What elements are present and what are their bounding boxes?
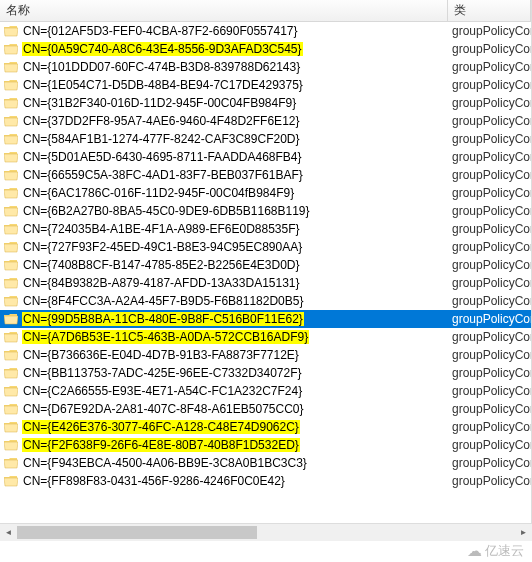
type-cell: groupPolicyContaine — [448, 418, 531, 436]
column-header-type[interactable]: 类 — [448, 0, 531, 21]
table-row[interactable]: CN={7408B8CF-B147-4785-85E2-B2256E4E3D0D… — [0, 256, 531, 274]
name-cell[interactable]: CN={BB113753-7ADC-425E-96EE-C7332D34072F… — [0, 364, 448, 382]
name-cell[interactable]: CN={584AF1B1-1274-477F-8242-CAF3C89CF20D… — [0, 130, 448, 148]
scroll-thumb[interactable] — [17, 526, 257, 539]
row-label: CN={F943EBCA-4500-4A06-BB9E-3C8A0B1BC3C3… — [22, 456, 308, 470]
table-row[interactable]: CN={0A59C740-A8C6-43E4-8556-9D3AFAD3C545… — [0, 40, 531, 58]
name-cell[interactable]: CN={37DD2FF8-95A7-4AE6-9460-4F48D2FF6E12… — [0, 112, 448, 130]
table-row[interactable]: CN={C2A66555-E93E-4E71-A54C-FC1A232C7F24… — [0, 382, 531, 400]
table-row[interactable]: CN={66559C5A-38FC-4AD1-83F7-BEB037F61BAF… — [0, 166, 531, 184]
folder-icon — [4, 439, 18, 451]
table-row[interactable]: CN={5D01AE5D-6430-4695-8711-FAADDA468FB4… — [0, 148, 531, 166]
row-label: CN={584AF1B1-1274-477F-8242-CAF3C89CF20D… — [22, 132, 301, 146]
type-cell: groupPolicyContaine — [448, 328, 531, 346]
type-cell: groupPolicyContaine — [448, 436, 531, 454]
name-cell[interactable]: CN={84B9382B-A879-4187-AFDD-13A33DA15131… — [0, 274, 448, 292]
table-row[interactable]: CN={6AC1786C-016F-11D2-945F-00C04fB984F9… — [0, 184, 531, 202]
row-label: CN={1E054C71-D5DB-48B4-BE94-7C17DE429375… — [22, 78, 304, 92]
table-row[interactable]: CN={37DD2FF8-95A7-4AE6-9460-4F48D2FF6E12… — [0, 112, 531, 130]
type-cell: groupPolicyContaine — [448, 400, 531, 418]
row-label: CN={7408B8CF-B147-4785-85E2-B2256E4E3D0D… — [22, 258, 301, 272]
folder-icon — [4, 313, 18, 325]
name-cell[interactable]: CN={727F93F2-45ED-49C1-B8E3-94C95EC890AA… — [0, 238, 448, 256]
table-row[interactable]: CN={584AF1B1-1274-477F-8242-CAF3C89CF20D… — [0, 130, 531, 148]
folder-icon — [4, 457, 18, 469]
table-row[interactable]: CN={BB113753-7ADC-425E-96EE-C7332D34072F… — [0, 364, 531, 382]
folder-icon — [4, 403, 18, 415]
name-cell[interactable]: CN={1E054C71-D5DB-48B4-BE94-7C17DE429375… — [0, 76, 448, 94]
folder-icon — [4, 331, 18, 343]
table-row[interactable]: CN={A7D6B53E-11C5-463B-A0DA-572CCB16ADF9… — [0, 328, 531, 346]
row-label: CN={E426E376-3077-46FC-A128-C48E74D9062C… — [22, 420, 300, 434]
column-header-name[interactable]: 名称 — [0, 0, 448, 21]
scroll-right-button[interactable]: ► — [515, 524, 532, 541]
table-row[interactable]: CN={99D5B8BA-11CB-480E-9B8F-C516B0F11E62… — [0, 310, 531, 328]
row-label: CN={0A59C740-A8C6-43E4-8556-9D3AFAD3C545… — [22, 42, 303, 56]
name-cell[interactable]: CN={99D5B8BA-11CB-480E-9B8F-C516B0F11E62… — [0, 310, 448, 328]
type-cell: groupPolicyContaine — [448, 130, 531, 148]
folder-icon — [4, 79, 18, 91]
table-row[interactable]: CN={D67E92DA-2A81-407C-8F48-A61EB5075CC0… — [0, 400, 531, 418]
name-cell[interactable]: CN={C2A66555-E93E-4E71-A54C-FC1A232C7F24… — [0, 382, 448, 400]
name-cell[interactable]: CN={FF898F83-0431-456F-9286-4246F0C0E42} — [0, 472, 448, 490]
table-row[interactable]: CN={F943EBCA-4500-4A06-BB9E-3C8A0B1BC3C3… — [0, 454, 531, 472]
horizontal-scrollbar[interactable]: ◄ ► — [0, 523, 532, 540]
table-row[interactable]: CN={012AF5D3-FEF0-4CBA-87F2-6690F0557417… — [0, 22, 531, 40]
table-row[interactable]: CN={FF898F83-0431-456F-9286-4246F0C0E42}… — [0, 472, 531, 490]
type-cell: groupPolicyContaine — [448, 472, 531, 490]
table-row[interactable]: CN={B736636E-E04D-4D7B-91B3-FA8873F7712E… — [0, 346, 531, 364]
table-row[interactable]: CN={727F93F2-45ED-49C1-B8E3-94C95EC890AA… — [0, 238, 531, 256]
name-cell[interactable]: CN={31B2F340-016D-11D2-945F-00C04FB984F9… — [0, 94, 448, 112]
type-cell: groupPolicyContaine — [448, 112, 531, 130]
folder-icon — [4, 187, 18, 199]
name-cell[interactable]: CN={D67E92DA-2A81-407C-8F48-A61EB5075CC0… — [0, 400, 448, 418]
type-cell: groupPolicyContaine — [448, 310, 531, 328]
table-row[interactable]: CN={724035B4-A1BE-4F1A-A989-EF6E0D88535F… — [0, 220, 531, 238]
name-cell[interactable]: CN={A7D6B53E-11C5-463B-A0DA-572CCB16ADF9… — [0, 328, 448, 346]
type-cell: groupPolicyContaine — [448, 202, 531, 220]
name-cell[interactable]: CN={F943EBCA-4500-4A06-BB9E-3C8A0B1BC3C3… — [0, 454, 448, 472]
name-cell[interactable]: CN={724035B4-A1BE-4F1A-A989-EF6E0D88535F… — [0, 220, 448, 238]
table-row[interactable]: CN={84B9382B-A879-4187-AFDD-13A33DA15131… — [0, 274, 531, 292]
row-label: CN={F2F638F9-26F6-4E8E-80B7-40B8F1D532ED… — [22, 438, 300, 452]
row-label: CN={BB113753-7ADC-425E-96EE-C7332D34072F… — [22, 366, 303, 380]
name-cell[interactable]: CN={6AC1786C-016F-11D2-945F-00C04fB984F9… — [0, 184, 448, 202]
type-cell: groupPolicyContaine — [448, 22, 531, 40]
table-row[interactable]: CN={6B2A27B0-8BA5-45C0-9DE9-6DB5B1168B11… — [0, 202, 531, 220]
row-label: CN={727F93F2-45ED-49C1-B8E3-94C95EC890AA… — [22, 240, 303, 254]
table-row[interactable]: CN={101DDD07-60FC-474B-B3D8-839788D62143… — [0, 58, 531, 76]
name-cell[interactable]: CN={B736636E-E04D-4D7B-91B3-FA8873F7712E… — [0, 346, 448, 364]
type-cell: groupPolicyContaine — [448, 40, 531, 58]
list-view[interactable]: 名称 类 CN={012AF5D3-FEF0-4CBA-87F2-6690F05… — [0, 0, 532, 540]
type-cell: groupPolicyContaine — [448, 58, 531, 76]
name-cell[interactable]: CN={7408B8CF-B147-4785-85E2-B2256E4E3D0D… — [0, 256, 448, 274]
name-cell[interactable]: CN={8F4FCC3A-A2A4-45F7-B9D5-F6B81182D0B5… — [0, 292, 448, 310]
folder-icon — [4, 115, 18, 127]
table-row[interactable]: CN={31B2F340-016D-11D2-945F-00C04FB984F9… — [0, 94, 531, 112]
row-label: CN={6AC1786C-016F-11D2-945F-00C04fB984F9… — [22, 186, 295, 200]
table-row[interactable]: CN={F2F638F9-26F6-4E8E-80B7-40B8F1D532ED… — [0, 436, 531, 454]
table-row[interactable]: CN={8F4FCC3A-A2A4-45F7-B9D5-F6B81182D0B5… — [0, 292, 531, 310]
scroll-left-button[interactable]: ◄ — [0, 524, 17, 541]
type-cell: groupPolicyContaine — [448, 256, 531, 274]
name-cell[interactable]: CN={66559C5A-38FC-4AD1-83F7-BEB037F61BAF… — [0, 166, 448, 184]
name-cell[interactable]: CN={012AF5D3-FEF0-4CBA-87F2-6690F0557417… — [0, 22, 448, 40]
name-cell[interactable]: CN={F2F638F9-26F6-4E8E-80B7-40B8F1D532ED… — [0, 436, 448, 454]
name-cell[interactable]: CN={5D01AE5D-6430-4695-8711-FAADDA468FB4… — [0, 148, 448, 166]
watermark-text: 亿速云 — [485, 542, 524, 560]
name-cell[interactable]: CN={6B2A27B0-8BA5-45C0-9DE9-6DB5B1168B11… — [0, 202, 448, 220]
type-cell: groupPolicyContaine — [448, 382, 531, 400]
folder-icon — [4, 205, 18, 217]
name-cell[interactable]: CN={0A59C740-A8C6-43E4-8556-9D3AFAD3C545… — [0, 40, 448, 58]
row-label: CN={A7D6B53E-11C5-463B-A0DA-572CCB16ADF9… — [22, 330, 309, 344]
name-cell[interactable]: CN={E426E376-3077-46FC-A128-C48E74D9062C… — [0, 418, 448, 436]
folder-icon — [4, 295, 18, 307]
name-cell[interactable]: CN={101DDD07-60FC-474B-B3D8-839788D62143… — [0, 58, 448, 76]
watermark: ☁ 亿速云 — [467, 542, 524, 560]
row-label: CN={5D01AE5D-6430-4695-8711-FAADDA468FB4… — [22, 150, 303, 164]
row-label: CN={D67E92DA-2A81-407C-8F48-A61EB5075CC0… — [22, 402, 305, 416]
table-row[interactable]: CN={1E054C71-D5DB-48B4-BE94-7C17DE429375… — [0, 76, 531, 94]
row-label: CN={724035B4-A1BE-4F1A-A989-EF6E0D88535F… — [22, 222, 301, 236]
scroll-track[interactable] — [17, 524, 515, 541]
table-row[interactable]: CN={E426E376-3077-46FC-A128-C48E74D9062C… — [0, 418, 531, 436]
